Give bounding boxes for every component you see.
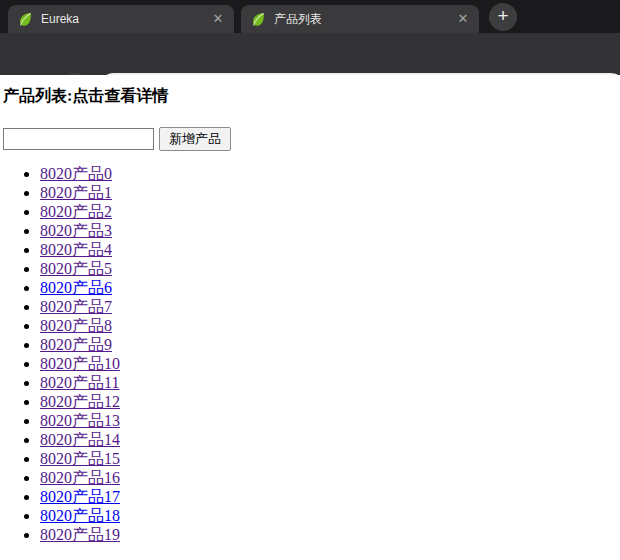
product-list: 8020产品0 8020产品1 8020产品2 8020产品3 8020产品4 … [0, 164, 620, 544]
list-item: 8020产品10 [40, 354, 620, 373]
product-link[interactable]: 8020产品0 [40, 165, 112, 182]
product-link[interactable]: 8020产品13 [40, 412, 120, 429]
close-tab-icon[interactable]: ✕ [210, 11, 226, 27]
list-item: 8020产品12 [40, 392, 620, 411]
list-item: 8020产品14 [40, 430, 620, 449]
product-link[interactable]: 8020产品7 [40, 298, 112, 315]
tab-title: 产品列表 [274, 5, 449, 33]
page-title: 产品列表:点击查看详情 [3, 86, 620, 105]
product-name-input[interactable] [3, 128, 154, 150]
list-item: 8020产品0 [40, 164, 620, 183]
list-item: 8020产品13 [40, 411, 620, 430]
product-link[interactable]: 8020产品6 [40, 279, 112, 296]
spring-leaf-icon [251, 12, 266, 27]
list-item: 8020产品19 [40, 525, 620, 544]
list-item: 8020产品1 [40, 183, 620, 202]
product-link[interactable]: 8020产品1 [40, 184, 112, 201]
tab-bar: Eureka ✕ 产品列表 ✕ + [0, 0, 620, 33]
list-item: 8020产品11 [40, 373, 620, 392]
tab-eureka[interactable]: Eureka ✕ [8, 5, 234, 33]
list-item: 8020产品5 [40, 259, 620, 278]
product-link[interactable]: 8020产品10 [40, 355, 120, 372]
browser-window: Eureka ✕ 产品列表 ✕ + [0, 0, 620, 560]
add-product-form: 新增产品 [3, 127, 620, 151]
list-item: 8020产品6 [40, 278, 620, 297]
product-link[interactable]: 8020产品8 [40, 317, 112, 334]
product-link[interactable]: 8020产品9 [40, 336, 112, 353]
product-link[interactable]: 8020产品3 [40, 222, 112, 239]
product-link[interactable]: 8020产品12 [40, 393, 120, 410]
product-link[interactable]: 8020产品19 [40, 526, 120, 543]
product-link[interactable]: 8020产品11 [40, 374, 119, 391]
new-tab-button[interactable]: + [489, 3, 517, 31]
list-item: 8020产品16 [40, 468, 620, 487]
spring-leaf-icon [18, 12, 33, 27]
product-link[interactable]: 8020产品15 [40, 450, 120, 467]
product-link[interactable]: 8020产品18 [40, 507, 120, 524]
product-link[interactable]: 8020产品2 [40, 203, 112, 220]
list-item: 8020产品8 [40, 316, 620, 335]
page-content: 产品列表:点击查看详情 新增产品 8020产品0 8020产品1 8020产品2… [0, 75, 620, 560]
tab-products-active[interactable]: 产品列表 ✕ [241, 5, 479, 33]
toolbar: localhost:8080/sell/products [0, 33, 620, 75]
list-item: 8020产品17 [40, 487, 620, 506]
product-link[interactable]: 8020产品14 [40, 431, 120, 448]
list-item: 8020产品9 [40, 335, 620, 354]
list-item: 8020产品4 [40, 240, 620, 259]
close-tab-icon[interactable]: ✕ [455, 11, 471, 27]
add-product-button[interactable]: 新增产品 [159, 127, 231, 151]
tab-title: Eureka [41, 5, 204, 33]
product-link[interactable]: 8020产品16 [40, 469, 120, 486]
product-link[interactable]: 8020产品4 [40, 241, 112, 258]
list-item: 8020产品15 [40, 449, 620, 468]
list-item: 8020产品3 [40, 221, 620, 240]
product-link[interactable]: 8020产品5 [40, 260, 112, 277]
list-item: 8020产品7 [40, 297, 620, 316]
list-item: 8020产品2 [40, 202, 620, 221]
list-item: 8020产品18 [40, 506, 620, 525]
product-link[interactable]: 8020产品17 [40, 488, 120, 505]
